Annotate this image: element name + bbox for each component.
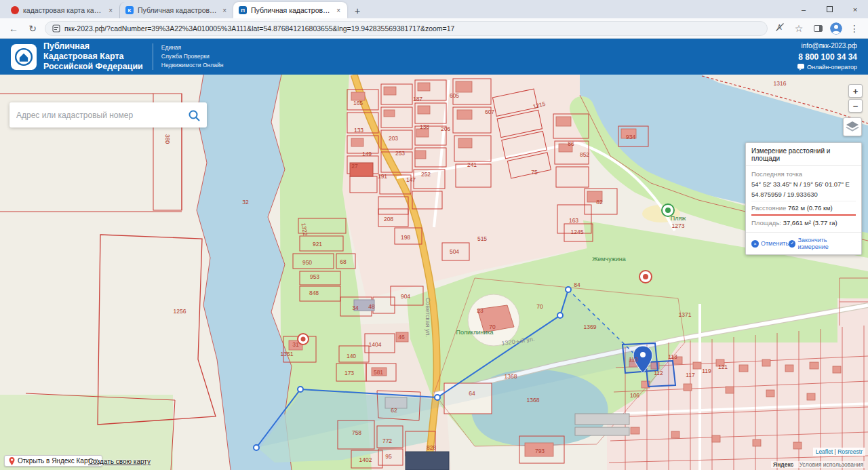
tab-1-favicon — [11, 6, 19, 14]
split-screen-glyph — [814, 25, 823, 32]
tab-1-label: кадастровая карта калинингр — [23, 6, 103, 14]
cancel-label: Отменить — [761, 240, 789, 247]
tab-2-label: Публичная кадастровая карта — [138, 6, 217, 14]
menu-dots-icon[interactable]: ⋮ — [848, 23, 861, 34]
finish-label: Закончить измерение — [797, 237, 856, 250]
tab-2[interactable]: К Публичная кадастровая карта × — [119, 2, 233, 18]
back-button[interactable]: ← — [7, 23, 20, 34]
yandex-terms-link[interactable]: Условия использования — [800, 461, 863, 468]
layers-button[interactable] — [843, 117, 862, 136]
rosreestr-link[interactable]: Rosreestr — [837, 448, 863, 455]
last-point-dms: 54° 52' 33.45" N / 19° 56' 01.07" E — [751, 180, 856, 188]
yandex-brand[interactable]: Яндекс — [773, 461, 793, 468]
layers-icon — [846, 121, 859, 133]
maximize-button[interactable] — [816, 0, 842, 18]
map-attribution: Leaflet | Rosreestr — [813, 448, 865, 456]
distance-label: Расстояние — [751, 204, 786, 212]
tab-3-active[interactable]: П Публичная кадастровая карта × — [233, 2, 347, 18]
tab-3-close-icon[interactable]: × — [335, 7, 342, 14]
site-info-icon[interactable] — [52, 24, 60, 33]
search-box[interactable] — [9, 102, 207, 128]
site-subtitle: Единая Служба Проверки Недвижимости Онла… — [153, 43, 224, 71]
area-label: Площадь: — [751, 219, 781, 227]
split-screen-icon[interactable] — [811, 23, 825, 34]
maximize-icon — [827, 6, 833, 12]
translate-blocked-icon[interactable]: A — [773, 22, 787, 34]
site-subtitle-line1: Единая — [161, 43, 224, 52]
cadastral-map — [0, 75, 868, 470]
contact-email[interactable]: info@пкк-2023.рф — [797, 41, 857, 52]
plus-icon: + — [355, 5, 360, 16]
online-operator[interactable]: Онлайн-оператор — [797, 63, 857, 72]
finish-measure-button[interactable]: ✓ Закончить измерение — [789, 237, 856, 250]
last-point-decimal: 54.875959 / 19.933630 — [751, 191, 856, 198]
yandex-attribution: Яндекс Условия использования — [771, 461, 865, 468]
panel-divider — [751, 201, 856, 201]
tab-1[interactable]: кадастровая карта калинингр × — [5, 2, 119, 18]
url-text: пкк-2023.рф/?cadNumber=39%3A22%3A010005%… — [64, 24, 454, 33]
map-canvas[interactable]: 1316380321256165187605607121586852133138… — [0, 75, 868, 470]
tab-2-close-icon[interactable]: × — [221, 7, 228, 14]
tab-1-close-icon[interactable]: × — [107, 7, 114, 14]
distance-row: Расстояние 762 м (0.76 км) — [751, 204, 856, 216]
online-operator-label: Онлайн-оператор — [807, 63, 857, 72]
site-title-line1: Публичная — [43, 41, 143, 52]
search-input[interactable] — [16, 111, 188, 120]
create-map-link[interactable]: Создать свою карту — [88, 458, 151, 465]
contact-block: info@пкк-2023.рф 8 800 100 34 34 Онлайн-… — [797, 41, 857, 72]
profile-avatar[interactable] — [830, 22, 842, 35]
area-value: 37,661 м² (3.77 га) — [783, 219, 837, 227]
site-subtitle-line2: Служба Проверки — [161, 52, 224, 61]
window-controls: – × — [791, 0, 868, 18]
tab-3-favicon: П — [239, 6, 247, 14]
last-point-label: Последняя точка — [751, 170, 856, 178]
new-tab-button[interactable]: + — [350, 3, 365, 18]
measure-panel-title: Измерение расстояний и площади — [746, 143, 861, 166]
map-pin-icon — [9, 457, 15, 465]
leaflet-link[interactable]: Leaflet — [816, 448, 833, 455]
address-bar[interactable]: пкк-2023.рф/?cadNumber=39%3A22%3A010005%… — [45, 21, 768, 36]
tab-strip: кадастровая карта калинингр × К Публична… — [0, 0, 868, 18]
site-title-line2: Кадастровая Карта — [43, 52, 143, 62]
refresh-button[interactable]: ↻ — [26, 23, 39, 34]
site-title: Публичная Кадастровая Карта Российской Ф… — [43, 41, 143, 71]
close-window-button[interactable]: × — [842, 0, 868, 18]
distance-value: 762 м (0.76 км) — [788, 204, 833, 212]
check-icon: ✓ — [789, 240, 795, 248]
cancel-icon: × — [751, 240, 759, 248]
zoom-out-button[interactable]: − — [848, 99, 863, 113]
chat-icon — [797, 64, 804, 71]
zoom-in-button[interactable]: + — [848, 84, 863, 98]
browser-navbar: ← ↻ пкк-2023.рф/?cadNumber=39%3A22%3A010… — [0, 18, 868, 39]
browser-window: кадастровая карта калинингр × К Публична… — [0, 0, 868, 470]
open-in-yandex-label: Открыть в Яндекс Картах — [18, 457, 98, 465]
bookmark-star-icon[interactable]: ☆ — [792, 23, 806, 34]
zoom-control: + − — [848, 84, 863, 113]
attribution-divider: | — [835, 448, 836, 455]
search-icon[interactable] — [188, 109, 200, 121]
site-title-line3: Российской Федерации — [43, 62, 143, 72]
tab-3-label: Публичная кадастровая карта — [251, 6, 331, 14]
site-subtitle-line3: Недвижимости Онлайн — [161, 61, 224, 70]
minimize-button[interactable]: – — [791, 0, 816, 18]
tab-2-favicon: К — [125, 6, 134, 14]
cancel-measure-button[interactable]: × Отменить — [751, 240, 789, 248]
measure-panel: Измерение расстояний и площади Последняя… — [745, 142, 862, 255]
area-row: Площадь: 37,661 м² (3.77 га) — [751, 219, 856, 227]
pkk-logo-icon — [11, 44, 37, 70]
site-header: Публичная Кадастровая Карта Российской Ф… — [0, 39, 868, 75]
contact-phone[interactable]: 8 800 100 34 34 — [797, 52, 857, 63]
